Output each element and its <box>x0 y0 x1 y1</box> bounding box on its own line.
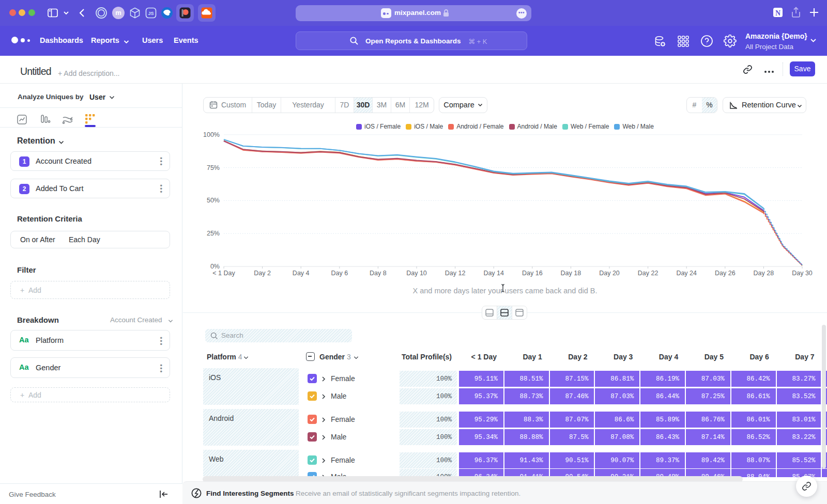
svg-text:50%: 50% <box>207 197 220 204</box>
svg-text:0%: 0% <box>210 263 220 270</box>
svg-text:Day 12: Day 12 <box>445 270 466 277</box>
svg-text:Day 6: Day 6 <box>331 270 348 277</box>
svg-text:Day 30: Day 30 <box>792 270 813 277</box>
svg-text:Day 10: Day 10 <box>406 270 427 277</box>
svg-text:Day 4: Day 4 <box>293 270 310 277</box>
svg-text:Day 14: Day 14 <box>483 270 504 277</box>
svg-text:JS: JS <box>148 11 154 16</box>
svg-text:Day 26: Day 26 <box>715 270 736 277</box>
svg-text:Day 16: Day 16 <box>522 270 543 277</box>
svg-text:100%: 100% <box>203 131 220 138</box>
svg-text:Day 20: Day 20 <box>599 270 620 277</box>
svg-text:< 1 Day: < 1 Day <box>212 270 235 277</box>
svg-text:75%: 75% <box>207 164 220 171</box>
svg-text:Day 18: Day 18 <box>561 270 581 277</box>
svg-text:25%: 25% <box>207 230 220 237</box>
svg-text:N: N <box>775 9 780 17</box>
svg-text:Day 8: Day 8 <box>370 270 387 277</box>
svg-text:Day 22: Day 22 <box>638 270 658 277</box>
svg-text:Day 24: Day 24 <box>676 270 697 277</box>
svg-text:Day 28: Day 28 <box>754 270 774 277</box>
svg-text:Day 2: Day 2 <box>254 270 271 277</box>
